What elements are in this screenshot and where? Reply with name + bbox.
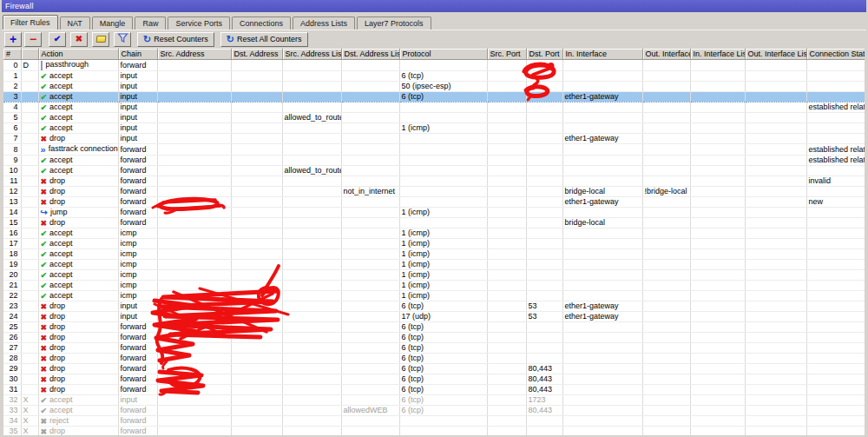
remove-button[interactable]: −	[24, 32, 42, 47]
table-row[interactable]: 30✖dropforward6 (tcp)80,443	[3, 374, 865, 384]
table-row[interactable]: 3✔acceptinput6 (tcp)ether1-gateway	[3, 91, 865, 102]
filter-button[interactable]	[114, 32, 131, 47]
accept-icon: ✔	[41, 230, 48, 238]
cell-chain: input	[118, 91, 157, 102]
table-row[interactable]: 28✖dropforward6 (tcp)	[3, 353, 865, 363]
column-header-in-interface-list[interactable]: In. Interface List	[690, 49, 745, 59]
cell-outiflist	[745, 207, 806, 217]
cell-srclist	[282, 175, 341, 186]
cell-outiflist	[745, 374, 806, 384]
table-row[interactable]: 32X✔acceptinput6 (tcp)1723	[3, 394, 865, 405]
cell-dstport	[526, 217, 562, 228]
cell-srclist	[282, 363, 341, 374]
table-row[interactable]: 22✔accepticmp1 (icmp)	[3, 290, 865, 301]
table-row[interactable]: 31✖dropforward6 (tcp)80,443	[3, 384, 865, 394]
table-row[interactable]: 26✖dropforward6 (tcp)	[3, 332, 865, 342]
column-header-action[interactable]: Action	[38, 49, 118, 59]
table-row[interactable]: 12✖dropforwardnot_in_internetbridge-loca…	[3, 186, 865, 196]
column-header-connection-state[interactable]: Connection State	[806, 49, 865, 59]
reset-all-counters-button[interactable]: ↻ Reset All Counters	[220, 32, 308, 47]
table-row[interactable]: 18✔accepticmp1 (icmp)	[3, 248, 865, 259]
column-header-chain[interactable]: Chain	[118, 49, 157, 59]
table-row[interactable]: 11✖dropforwardinvalid	[3, 175, 865, 186]
table-row[interactable]: 35X✖dropforward	[3, 426, 865, 435]
cell-dst	[231, 122, 282, 133]
table-row[interactable]: 19✔accepticmp1 (icmp)	[3, 259, 865, 269]
cell-outif	[642, 259, 690, 269]
table-row[interactable]: 27✖dropforward6 (tcp)	[3, 342, 865, 353]
column-header-src-address-list[interactable]: Src. Address List	[282, 49, 341, 59]
table-row[interactable]: 15✖dropforwardbridge-local	[3, 217, 865, 228]
cell-proto: 6 (tcp)	[399, 70, 487, 81]
cell-num: 28	[3, 353, 21, 363]
cell-chain: forward	[118, 415, 157, 426]
cell-action: ✖drop	[38, 217, 118, 228]
cell-proto	[399, 415, 487, 426]
enable-button[interactable]: ✔	[49, 32, 66, 47]
column-header-dst-address[interactable]: Dst. Address	[231, 49, 282, 59]
column-header-in-interface[interactable]: In. Interface	[562, 49, 642, 59]
table-row[interactable]: 34X✖rejectforward	[3, 415, 865, 426]
column-header-out-interface-list[interactable]: Out. Interface List	[745, 49, 806, 59]
table-row[interactable]: 0Dpassthroughforward	[3, 59, 865, 70]
reset-counters-button[interactable]: ↻ Reset Counters	[137, 32, 214, 47]
table-row[interactable]: 33X✔acceptforwardallowedWEB6 (tcp)80,443	[3, 405, 865, 415]
column-header-dst-address-list[interactable]: Dst. Address List	[341, 49, 399, 59]
column-header-src-port[interactable]: Src. Port	[487, 49, 526, 59]
table-row[interactable]: 9✔acceptforwardestablished related	[3, 155, 865, 165]
tab-mangle[interactable]: Mangle	[92, 17, 134, 30]
cell-action: ✖drop	[38, 374, 118, 384]
tab-nat[interactable]: NAT	[60, 17, 90, 30]
column-header-out-interface[interactable]: Out. Interface	[642, 49, 690, 59]
cell-flag	[21, 196, 38, 207]
table-row[interactable]: 10✔acceptforwardallowed_to_router	[3, 165, 865, 175]
tab-raw[interactable]: Raw	[135, 17, 166, 30]
table-row[interactable]: 25✖dropforward6 (tcp)	[3, 321, 865, 332]
column-header-src-address[interactable]: Src. Address	[157, 49, 231, 59]
column-header-[interactable]: #	[3, 49, 21, 59]
table-row[interactable]: 13✖dropforwardether1-gatewaynew	[3, 196, 865, 207]
table-row[interactable]: 29✖dropforward6 (tcp)80,443	[3, 363, 865, 374]
cell-src	[157, 311, 231, 321]
cell-inif	[562, 102, 642, 112]
comment-button[interactable]	[92, 32, 109, 47]
cell-iniflist	[690, 269, 745, 280]
table-row[interactable]: 14↪jumpforward1 (icmp)	[3, 207, 865, 217]
cell-iniflist	[690, 91, 745, 102]
window-titlebar[interactable]: Firewall	[2, 0, 866, 12]
cell-outiflist	[745, 102, 806, 112]
table-row[interactable]: 4✔acceptinputestablished related	[3, 102, 865, 112]
cell-inif	[562, 81, 642, 91]
table-row[interactable]: 24✖dropinput17 (udp)53ether1-gateway	[3, 311, 865, 321]
cell-outiflist	[745, 133, 806, 143]
add-button[interactable]: +	[4, 32, 22, 47]
cell-chain: forward	[118, 207, 157, 217]
table-row[interactable]: 16✔accepticmp1 (icmp)	[3, 228, 865, 238]
cell-proto: 1 (icmp)	[399, 122, 487, 133]
cell-iniflist	[690, 248, 745, 259]
table-row[interactable]: 17✔accepticmp1 (icmp)	[3, 238, 865, 248]
column-header-dst-port[interactable]: Dst. Port	[526, 49, 562, 59]
tab-filter-rules[interactable]: Filter Rules	[3, 15, 58, 30]
disable-button[interactable]: ✖	[70, 32, 88, 47]
cell-iniflist	[690, 259, 745, 269]
column-header-protocol[interactable]: Protocol	[399, 49, 487, 59]
table-row[interactable]: 7✖dropinputether1-gateway	[3, 133, 865, 143]
cell-dstlist	[341, 59, 399, 70]
table-row[interactable]: 2✔acceptinput50 (ipsec-esp)	[3, 81, 865, 91]
cell-num: 13	[3, 196, 21, 207]
cell-dst	[231, 59, 282, 70]
column-header-flag[interactable]	[21, 49, 38, 59]
table-row[interactable]: 1✔acceptinput6 (tcp)	[3, 70, 865, 81]
table-row[interactable]: 8»fasttrack connectionforwardestablished…	[3, 143, 865, 155]
table-row[interactable]: 5✔acceptinputallowed_to_router	[3, 112, 865, 122]
table-row[interactable]: 6✔acceptinput1 (icmp)	[3, 122, 865, 133]
tab-connections[interactable]: Connections	[232, 17, 291, 30]
tab-service-ports[interactable]: Service Ports	[168, 17, 230, 30]
table-row[interactable]: 21✔accepticmp1 (icmp)	[3, 280, 865, 290]
table-row[interactable]: 20✔accepticmp1 (icmp)	[3, 269, 865, 280]
tab-address-lists[interactable]: Address Lists	[293, 17, 355, 30]
cell-dstport: 80,443	[526, 384, 562, 394]
table-row[interactable]: 23✖dropinput6 (tcp)53ether1-gateway	[3, 301, 865, 311]
tab-layer7-protocols[interactable]: Layer7 Protocols	[357, 17, 431, 30]
